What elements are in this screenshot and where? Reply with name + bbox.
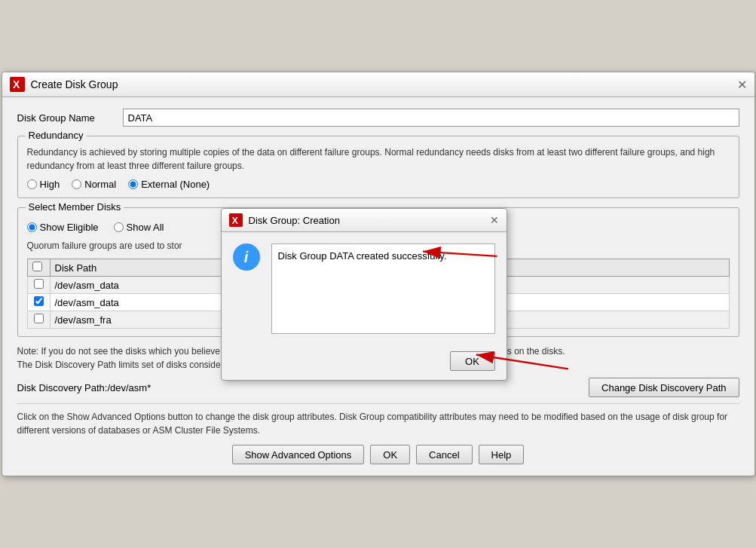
show-all-label: Show All	[127, 222, 164, 233]
disk-row-1-check-cell[interactable]	[27, 277, 50, 294]
redundancy-title: Redundancy	[26, 130, 87, 141]
svg-text:X: X	[13, 78, 20, 90]
main-ok-button[interactable]: OK	[370, 445, 410, 464]
redundancy-high-radio[interactable]	[27, 179, 37, 189]
show-eligible-radio[interactable]	[27, 222, 37, 232]
show-all-option[interactable]: Show All	[114, 222, 164, 233]
title-bar-left: X Create Disk Group	[10, 77, 118, 92]
redundancy-high-label: High	[40, 179, 60, 190]
modal-title: Disk Group: Creation	[249, 215, 340, 226]
bottom-buttons: Show Advanced Options OK Cancel Help	[17, 445, 739, 464]
disk-row-3-checkbox[interactable]	[34, 314, 44, 323]
discovery-path-text: Disk Discovery Path:/dev/asm*	[17, 382, 152, 393]
svg-text:X: X	[231, 216, 238, 226]
show-eligible-option[interactable]: Show Eligible	[27, 222, 99, 233]
modal-ok-button[interactable]: OK	[450, 351, 495, 371]
disk-table-select-all[interactable]	[32, 262, 42, 271]
redundancy-group: Redundancy Redundancy is achieved by sto…	[17, 136, 739, 198]
info-icon: i	[233, 243, 260, 271]
redundancy-high[interactable]: High	[27, 179, 60, 190]
show-eligible-label: Show Eligible	[40, 222, 99, 233]
disk-row-2-checkbox[interactable]	[34, 296, 44, 306]
redundancy-normal-radio[interactable]	[72, 179, 81, 189]
modal-close-button[interactable]: ✕	[490, 214, 499, 226]
message-box: Disk Group DATA created successfully.	[271, 243, 495, 334]
main-close-button[interactable]: ✕	[737, 78, 747, 92]
x-logo-icon: X	[10, 77, 25, 92]
modal-content: i Disk Group DATA created successfully.	[222, 232, 507, 345]
modal-dialog: X Disk Group: Creation ✕ i Disk Group DA…	[221, 208, 507, 381]
show-advanced-button[interactable]: Show Advanced Options	[232, 445, 365, 464]
disk-row-2-check-cell[interactable]	[27, 294, 50, 311]
redundancy-normal-label: Normal	[84, 179, 116, 190]
member-disks-title: Select Member Disks	[26, 201, 124, 213]
modal-buttons: OK	[222, 345, 507, 380]
disk-group-name-row: Disk Group Name	[17, 109, 739, 127]
redundancy-normal[interactable]: Normal	[72, 179, 116, 190]
title-bar: X Create Disk Group ✕	[2, 72, 754, 97]
disk-table-check-header	[27, 259, 50, 277]
redundancy-radio-group: High Normal External (None)	[27, 179, 730, 190]
info-icon-letter: i	[244, 249, 249, 266]
modal-message: Disk Group DATA created successfully.	[278, 250, 447, 262]
disk-group-name-input[interactable]	[123, 109, 739, 127]
separator	[17, 403, 739, 404]
redundancy-external[interactable]: External (None)	[128, 179, 210, 190]
window-title: Create Disk Group	[31, 78, 118, 90]
redundancy-description: Redundancy is achieved by storing multip…	[27, 145, 730, 173]
help-button[interactable]: Help	[479, 445, 525, 464]
show-all-radio[interactable]	[114, 222, 124, 232]
redundancy-external-label: External (None)	[141, 179, 210, 190]
advanced-description: Click on the Show Advanced Options butto…	[17, 410, 739, 437]
change-disk-discovery-button[interactable]: Change Disk Discovery Path	[589, 378, 739, 397]
cancel-button[interactable]: Cancel	[416, 445, 472, 464]
redundancy-content: Redundancy is achieved by storing multip…	[27, 145, 730, 190]
disk-row-3-check-cell[interactable]	[27, 311, 50, 329]
disk-group-name-label: Disk Group Name	[17, 112, 115, 124]
modal-x-logo-icon: X	[229, 213, 243, 227]
modal-title-bar: X Disk Group: Creation ✕	[222, 209, 507, 232]
redundancy-external-radio[interactable]	[128, 179, 138, 189]
main-window: X Create Disk Group ✕ Disk Group Name Re…	[2, 72, 755, 476]
disk-row-1-checkbox[interactable]	[34, 279, 44, 289]
modal-title-left: X Disk Group: Creation	[229, 213, 340, 227]
